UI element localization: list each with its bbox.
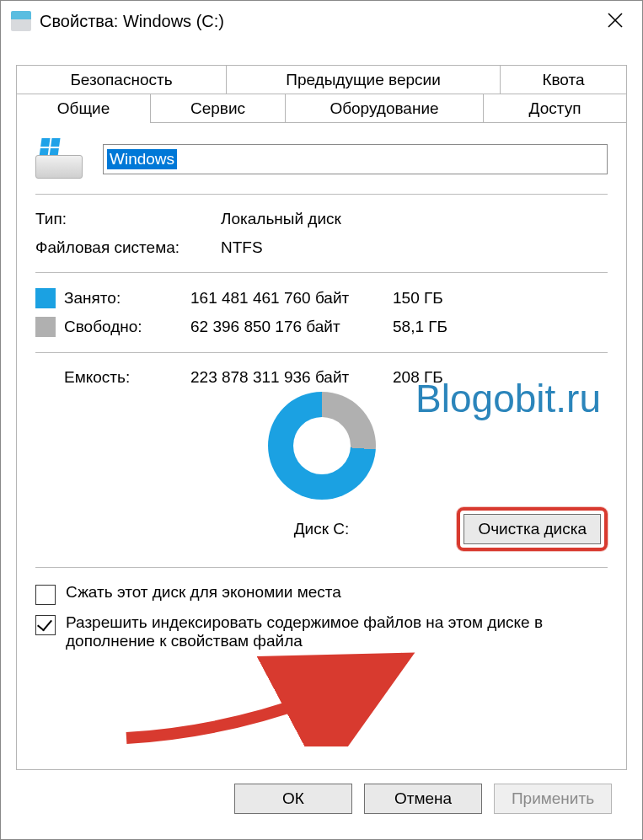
- tab-previous-versions[interactable]: Предыдущие версии: [227, 65, 501, 94]
- ok-button[interactable]: ОК: [234, 784, 352, 814]
- usage-pie-chart: [268, 392, 376, 500]
- window-title: Свойства: Windows (C:): [40, 12, 224, 31]
- tab-hardware[interactable]: Оборудование: [286, 94, 484, 123]
- capacity-bytes: 223 878 311 936 байт: [190, 368, 393, 387]
- separator: [35, 352, 608, 353]
- annotation-arrow-icon: [118, 645, 438, 746]
- tab-sharing[interactable]: Доступ: [484, 94, 627, 123]
- used-bytes: 161 481 461 760 байт: [190, 289, 393, 308]
- annotation-highlight: Очистка диска: [457, 507, 608, 551]
- used-gb: 150 ГБ: [393, 289, 608, 308]
- tab-security[interactable]: Безопасность: [16, 65, 227, 94]
- type-label: Тип:: [35, 210, 221, 228]
- drive-icon: [11, 11, 31, 31]
- dialog-button-row: ОК Отмена Применить: [16, 770, 627, 827]
- close-icon: [607, 12, 624, 29]
- compress-label: Сжать этот диск для экономии места: [66, 583, 341, 602]
- capacity-gb: 208 ГБ: [393, 368, 608, 387]
- filesystem-value: NTFS: [221, 238, 608, 257]
- free-swatch: [35, 317, 56, 337]
- disk-cleanup-button[interactable]: Очистка диска: [463, 514, 601, 544]
- used-label: Занято:: [64, 289, 190, 308]
- filesystem-label: Файловая система:: [35, 238, 221, 257]
- close-button[interactable]: [598, 6, 632, 36]
- index-label: Разрешить индексировать содержимое файло…: [66, 613, 608, 650]
- index-checkbox[interactable]: [35, 615, 56, 635]
- volume-label-input[interactable]: Windows: [103, 144, 608, 174]
- tab-strip: Безопасность Предыдущие версии Квота Общ…: [16, 65, 627, 123]
- tab-general[interactable]: Общие: [16, 94, 151, 123]
- used-swatch: [35, 288, 56, 308]
- free-label: Свободно:: [64, 318, 190, 336]
- drive-large-icon: [35, 140, 83, 179]
- separator: [35, 194, 608, 195]
- tab-tools[interactable]: Сервис: [151, 94, 286, 123]
- titlebar: Свойства: Windows (C:): [1, 1, 642, 41]
- properties-dialog: Свойства: Windows (C:) Безопасность Пред…: [0, 0, 643, 840]
- tab-quota[interactable]: Квота: [501, 65, 627, 94]
- separator: [35, 567, 608, 568]
- disk-caption: Диск C:: [294, 520, 350, 538]
- apply-button[interactable]: Применить: [494, 784, 612, 814]
- free-gb: 58,1 ГБ: [393, 318, 608, 336]
- free-bytes: 62 396 850 176 байт: [190, 318, 393, 336]
- separator: [35, 272, 608, 273]
- compress-checkbox[interactable]: [35, 585, 56, 605]
- type-value: Локальный диск: [221, 210, 608, 228]
- volume-label-value: Windows: [107, 149, 177, 169]
- capacity-label: Емкость:: [35, 368, 190, 387]
- cancel-button[interactable]: Отмена: [364, 784, 482, 814]
- tab-panel-general: Windows Тип: Локальный диск Файловая сис…: [16, 122, 627, 770]
